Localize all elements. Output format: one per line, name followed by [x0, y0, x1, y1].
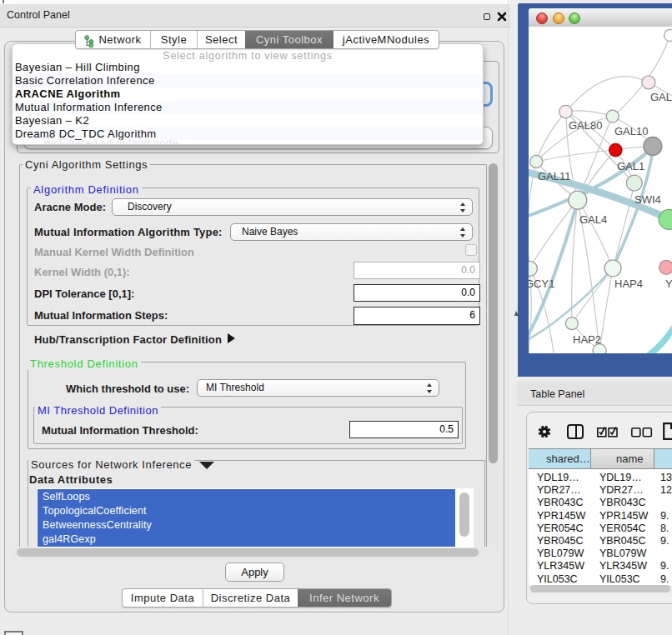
svg-text:GAL4: GAL4 — [579, 213, 607, 226]
svg-text:GAL11: GAL11 — [538, 170, 571, 182]
svg-text:SWI4: SWI4 — [634, 193, 661, 206]
svg-text:GAL2: GAL2 — [650, 91, 672, 103]
svg-text:GAL80: GAL80 — [569, 119, 602, 132]
svg-text:GAL10: GAL10 — [614, 125, 648, 138]
svg-text:GAL1: GAL1 — [617, 160, 644, 172]
svg-text:HAP4: HAP4 — [614, 278, 643, 290]
svg-text:YB: YB — [665, 278, 672, 290]
svg-text:GCY1: GCY1 — [529, 278, 554, 290]
svg-text:HAP2: HAP2 — [573, 333, 601, 346]
